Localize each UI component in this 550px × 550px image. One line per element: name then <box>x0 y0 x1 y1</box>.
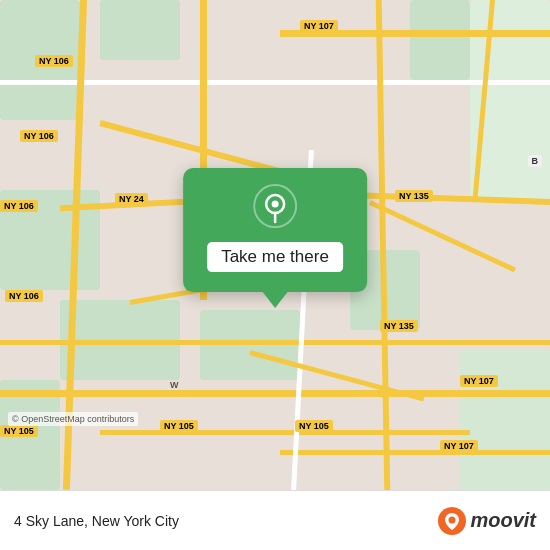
green-area <box>200 310 300 380</box>
moovit-brand-text: moovit <box>470 509 536 532</box>
road-label-ny106-2: NY 106 <box>20 130 58 142</box>
road-label-ny105-1: NY 105 <box>0 425 38 437</box>
road-label-ny24: NY 24 <box>115 193 148 205</box>
map-area: NY 107 NY 106 NY 106 NY 106 NY 106 NY 24… <box>0 0 550 490</box>
road-label-ny106-4: NY 106 <box>5 290 43 302</box>
svg-point-2 <box>271 201 278 208</box>
road <box>280 450 550 455</box>
bottom-bar: 4 Sky Lane, New York City moovit <box>0 490 550 550</box>
moovit-pin-icon <box>438 507 466 535</box>
road-label-ny105-3: NY 105 <box>295 420 333 432</box>
road-label-ny107-top: NY 107 <box>300 20 338 32</box>
green-area <box>410 0 470 80</box>
green-area <box>100 0 180 60</box>
osm-credit: © OpenStreetMap contributors <box>8 412 138 426</box>
svg-point-5 <box>449 516 456 523</box>
popup-card[interactable]: Take me there <box>183 168 367 292</box>
road-label-ny107-bottom: NY 107 <box>440 440 478 452</box>
road-label-ny106-3: NY 106 <box>0 200 38 212</box>
road-label-ny106-1: NY 106 <box>35 55 73 67</box>
take-me-there-button[interactable]: Take me there <box>207 242 343 272</box>
road-label-ny135-2: NY 135 <box>380 320 418 332</box>
location-pin-icon <box>253 184 297 228</box>
road <box>0 340 550 345</box>
road <box>0 390 550 397</box>
road-marker-w: W <box>170 380 179 390</box>
road-label-ny135-1: NY 135 <box>395 190 433 202</box>
road <box>100 430 470 435</box>
road-label-ny105-2: NY 105 <box>160 420 198 432</box>
moovit-logo: moovit <box>438 507 536 535</box>
green-area <box>460 350 550 490</box>
road-label-ny107-right: NY 107 <box>460 375 498 387</box>
address-label: 4 Sky Lane, New York City <box>14 513 179 529</box>
road-label-b: B <box>528 155 543 167</box>
